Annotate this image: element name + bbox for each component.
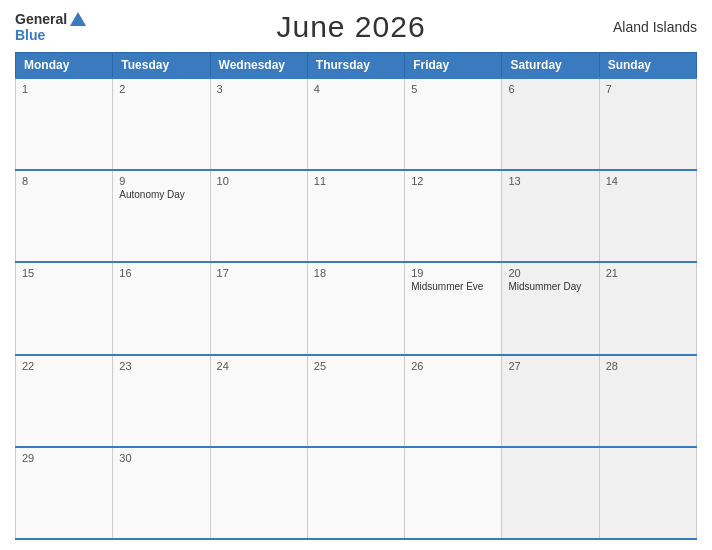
logo: General Blue: [15, 11, 89, 43]
day-number: 29: [22, 452, 106, 464]
calendar-cell: [210, 447, 307, 539]
calendar-cell: 1: [16, 78, 113, 170]
calendar-cell: 13: [502, 170, 599, 262]
day-number: 9: [119, 175, 203, 187]
week-row-2: 89Autonomy Day1011121314: [16, 170, 697, 262]
day-number: 1: [22, 83, 106, 95]
page: General Blue June 2026 Aland Islands Mon…: [0, 0, 712, 550]
calendar-cell: 8: [16, 170, 113, 262]
calendar-cell: 24: [210, 355, 307, 447]
day-number: 19: [411, 267, 495, 279]
calendar-cell: 25: [307, 355, 404, 447]
calendar-cell: 16: [113, 262, 210, 354]
calendar-title: June 2026: [276, 10, 425, 44]
calendar-cell: 26: [405, 355, 502, 447]
week-row-4: 22232425262728: [16, 355, 697, 447]
calendar-cell: 21: [599, 262, 696, 354]
day-number: 11: [314, 175, 398, 187]
day-number: 18: [314, 267, 398, 279]
calendar-cell: 15: [16, 262, 113, 354]
day-header-sunday: Sunday: [599, 53, 696, 79]
day-number: 10: [217, 175, 301, 187]
calendar-cell: 7: [599, 78, 696, 170]
day-number: 30: [119, 452, 203, 464]
calendar-cell: [307, 447, 404, 539]
day-number: 5: [411, 83, 495, 95]
day-number: 13: [508, 175, 592, 187]
day-number: 12: [411, 175, 495, 187]
calendar-cell: 30: [113, 447, 210, 539]
calendar-cell: 22: [16, 355, 113, 447]
day-number: 20: [508, 267, 592, 279]
calendar-cell: 20Midsummer Day: [502, 262, 599, 354]
day-header-thursday: Thursday: [307, 53, 404, 79]
calendar-table: MondayTuesdayWednesdayThursdayFridaySatu…: [15, 52, 697, 540]
logo-triangle-icon: [70, 12, 86, 26]
day-header-saturday: Saturday: [502, 53, 599, 79]
calendar-cell: 6: [502, 78, 599, 170]
logo-blue-text: Blue: [15, 27, 45, 43]
calendar-cell: [502, 447, 599, 539]
day-number: 6: [508, 83, 592, 95]
header: General Blue June 2026 Aland Islands: [15, 10, 697, 44]
week-row-3: 1516171819Midsummer Eve20Midsummer Day21: [16, 262, 697, 354]
day-header-wednesday: Wednesday: [210, 53, 307, 79]
calendar-cell: [405, 447, 502, 539]
week-row-1: 1234567: [16, 78, 697, 170]
day-number: 22: [22, 360, 106, 372]
days-header-row: MondayTuesdayWednesdayThursdayFridaySatu…: [16, 53, 697, 79]
event-label: Midsummer Day: [508, 281, 592, 292]
calendar-cell: 10: [210, 170, 307, 262]
day-header-tuesday: Tuesday: [113, 53, 210, 79]
calendar-cell: 27: [502, 355, 599, 447]
calendar-cell: 14: [599, 170, 696, 262]
week-row-5: 2930: [16, 447, 697, 539]
region-label: Aland Islands: [613, 19, 697, 35]
day-number: 7: [606, 83, 690, 95]
day-number: 23: [119, 360, 203, 372]
event-label: Autonomy Day: [119, 189, 203, 200]
day-number: 26: [411, 360, 495, 372]
calendar-cell: 17: [210, 262, 307, 354]
calendar-cell: 2: [113, 78, 210, 170]
day-number: 24: [217, 360, 301, 372]
calendar-cell: 12: [405, 170, 502, 262]
day-number: 28: [606, 360, 690, 372]
logo-general-text: General: [15, 11, 67, 27]
calendar-cell: 29: [16, 447, 113, 539]
day-number: 17: [217, 267, 301, 279]
day-number: 3: [217, 83, 301, 95]
calendar-cell: 4: [307, 78, 404, 170]
calendar-cell: 19Midsummer Eve: [405, 262, 502, 354]
day-number: 8: [22, 175, 106, 187]
day-number: 2: [119, 83, 203, 95]
calendar-cell: 23: [113, 355, 210, 447]
day-header-friday: Friday: [405, 53, 502, 79]
event-label: Midsummer Eve: [411, 281, 495, 292]
day-number: 27: [508, 360, 592, 372]
day-number: 16: [119, 267, 203, 279]
calendar-cell: 18: [307, 262, 404, 354]
day-number: 21: [606, 267, 690, 279]
calendar-cell: 28: [599, 355, 696, 447]
calendar-cell: 3: [210, 78, 307, 170]
calendar-cell: [599, 447, 696, 539]
calendar-cell: 5: [405, 78, 502, 170]
day-number: 15: [22, 267, 106, 279]
calendar-cell: 11: [307, 170, 404, 262]
day-number: 25: [314, 360, 398, 372]
calendar-cell: 9Autonomy Day: [113, 170, 210, 262]
day-header-monday: Monday: [16, 53, 113, 79]
day-number: 4: [314, 83, 398, 95]
day-number: 14: [606, 175, 690, 187]
